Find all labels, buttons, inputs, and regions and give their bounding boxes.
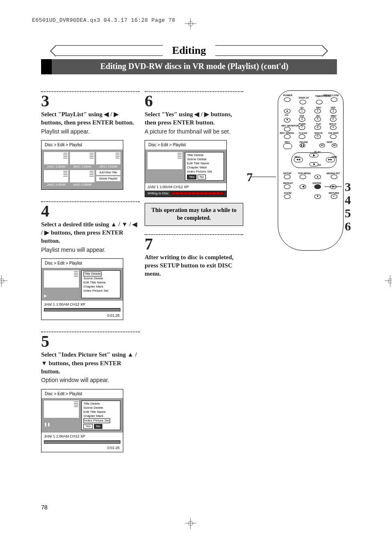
- osd-playlist-menu: Disc > Edit > Playlist ▶ Title Delete Sc…: [41, 258, 123, 320]
- osd-no-button: No: [94, 424, 102, 429]
- step-number-5: 5: [41, 333, 140, 350]
- osd-yes-button: Yes: [187, 175, 196, 180]
- osd-menu-item: Chapter Mark: [187, 166, 207, 169]
- thumb-caption: JAN/1 5:00AM: [70, 182, 94, 187]
- step-body-6: A picture for thumbnail will be set.: [145, 128, 243, 136]
- step-heading-6: Select "Yes" using ◀ / ▶ buttons, then p…: [145, 110, 243, 127]
- osd-menu-item: Scene Delete: [83, 276, 103, 280]
- thumb-caption: JAN/1 2:00AM: [70, 164, 94, 168]
- ch-down-button: ▼: [284, 118, 291, 122]
- callout-4: 4: [345, 193, 351, 207]
- warning-box: This operation may take a while to be co…: [145, 203, 243, 226]
- num-0-button: 0: [314, 134, 321, 139]
- openclose-button: [331, 97, 337, 102]
- rev-button: ◀◀: [294, 157, 303, 162]
- osd-writing: Disc > Edit > Playlist Title Delete Scen…: [145, 140, 227, 197]
- osd-menu-item: Title Delete: [83, 272, 101, 276]
- return-button: ↩: [331, 194, 337, 199]
- osd-status: JAN/ 1 1:00AM CH12 XP: [42, 301, 123, 308]
- timer-button: [316, 100, 323, 104]
- stop-button: ■: [309, 162, 318, 166]
- num-6-button: 6: [330, 117, 337, 122]
- progress-bar: [44, 440, 120, 444]
- thumb-caption: JAN/1 4:00AM: [44, 182, 68, 187]
- step-number-6: 6: [145, 93, 243, 109]
- mid-column: 6 Select "Yes" using ◀ / ▶ buttons, then…: [145, 91, 243, 278]
- remote-label: PAUSE: [300, 141, 308, 143]
- remote-label: SPACE: [314, 132, 323, 134]
- repeat-button: [284, 184, 291, 189]
- remote-label: POWER: [283, 94, 293, 97]
- step-body-3: Playlist will appear.: [41, 128, 140, 136]
- osd-menu-item: Chapter Mark: [83, 414, 103, 418]
- step-body-4: Playlist menu will appear.: [41, 246, 140, 254]
- osd-menu-item: Index Picture Set: [83, 289, 108, 292]
- play-button: ▶: [309, 153, 318, 157]
- num-5-button: 5: [314, 117, 321, 122]
- step-heading-7: After writing to disc is completed, pres…: [145, 253, 243, 278]
- title-banner: Editing: [41, 44, 337, 57]
- osd-writing-row: Writing to Disc: [145, 191, 226, 197]
- zoom-button: [284, 194, 291, 199]
- ch-up-button: ▲: [284, 109, 291, 113]
- step-heading-4: Select a desired title using ▲ / ▼ / ◀ /…: [41, 220, 140, 245]
- clear-button: [299, 134, 305, 139]
- topmenu-button: [300, 175, 306, 179]
- osd-menu-item: Edit Title Name: [187, 161, 209, 165]
- osd-breadcrumb: Disc > Edit > Playlist: [42, 140, 123, 150]
- osd-menu-box: Title Delete Scene Delete Edit Title Nam…: [81, 270, 120, 298]
- cmskip-button: [330, 134, 337, 139]
- osd-menu-item: Edit Title Name: [83, 410, 106, 414]
- osd-playlist-thumbs: Disc > Edit > Playlist JAN/1 1:00AM JAN/…: [41, 140, 123, 189]
- registration-mark-top: [185, 18, 196, 30]
- num-3-button: 3: [330, 109, 337, 113]
- remote-label: CH: [285, 114, 288, 116]
- callout-line: [325, 187, 342, 187]
- osd-status: JAN/ 1 1:00AM CH12 XP: [145, 183, 226, 191]
- nav-down-button: ▼: [314, 194, 321, 199]
- osd-menu-box: Title Delete Scene Delete Edit Title Nam…: [185, 152, 224, 181]
- remote-label: TIMER PROG.: [315, 95, 332, 97]
- skip-fwd-button: ⏭: [332, 143, 337, 147]
- osd-yes-button: Yes: [83, 424, 93, 429]
- recspeed-button: [284, 134, 291, 139]
- osd-menu-item: Scene Delete: [83, 406, 103, 410]
- step-number-4: 4: [41, 203, 140, 219]
- thumb-caption: JAN/1 3:00AM: [96, 164, 120, 168]
- page-number: 78: [41, 504, 48, 511]
- nav-left-button: ◀: [300, 184, 306, 189]
- page-meta-header: E6501UD_DVR90DEA.qx3 04.3.17 16:28 Page …: [32, 17, 175, 23]
- osd-add-new-title: Add New Title: [99, 171, 117, 174]
- num-4-button: 4: [299, 117, 305, 122]
- registration-mark-bottom: [185, 518, 196, 529]
- num-9-button: 9: [330, 125, 337, 130]
- registration-mark-left: [0, 275, 7, 287]
- step-heading-3: Select "PlayList" using ◀ / ▶ buttons, t…: [41, 110, 140, 127]
- registration-mark-right: [385, 275, 392, 287]
- step-number-3: 3: [41, 93, 140, 109]
- osd-time: 0:01:25: [42, 445, 123, 452]
- osd-menu-item: Edit Title Name: [83, 281, 106, 284]
- remote-label: CLEAR: [299, 132, 307, 134]
- power-button: [284, 97, 291, 102]
- num-8-button: 8: [314, 125, 321, 130]
- osd-menu-item: Title Delete: [83, 402, 100, 405]
- writing-progress-bar: [171, 192, 224, 195]
- callout-5: 5: [345, 206, 351, 220]
- left-column: 3 Select "PlayList" using ◀ / ▶ buttons,…: [41, 91, 140, 452]
- remote-control-diagram: POWER OPEN/CLOSE DISPLAY TIMER PROG. .@/…: [278, 90, 344, 251]
- osd-no-button: No: [198, 175, 206, 180]
- callout-line: [251, 177, 276, 177]
- callout-6: 6: [345, 219, 351, 233]
- osd-breadcrumb: Disc > Edit > Playlist: [42, 389, 123, 398]
- osd-breadcrumb: Disc > Edit > Playlist: [145, 140, 226, 150]
- remote-label: DISPLAY: [299, 97, 309, 99]
- num-1-button: 1: [299, 109, 305, 113]
- num-7-button: 7: [299, 125, 305, 130]
- thumb-caption: JAN/1 1:00AM: [44, 164, 68, 168]
- step-heading-5: Select "Index Picture Set" using ▲ / ▼ b…: [41, 350, 140, 375]
- pause-button: ❚❚: [300, 143, 305, 147]
- osd-delete-playlist: Delete Playlist: [99, 177, 117, 180]
- osd-time: 0:01:25: [42, 313, 123, 320]
- fwd-button: ▶▶: [326, 157, 335, 162]
